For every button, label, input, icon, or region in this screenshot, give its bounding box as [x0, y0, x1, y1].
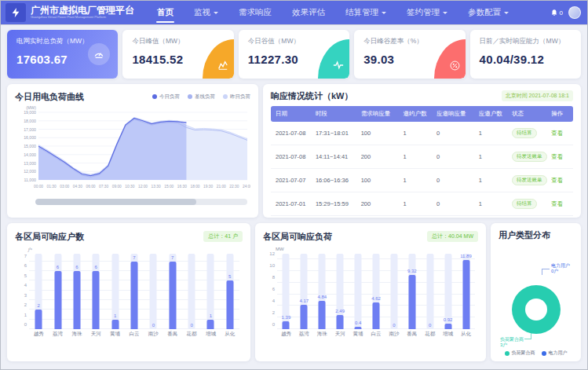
svg-text:18,000: 18,000 [24, 119, 36, 123]
nav-item-6[interactable]: 参数配置 [458, 1, 519, 24]
svg-text:00:00: 00:00 [34, 185, 43, 189]
callout-power-user-count: 0户 [551, 269, 570, 274]
bar-value-label: 9.32 [407, 269, 417, 273]
y-tick-label: 12 [269, 251, 275, 256]
x-category-label: 荔湾 [295, 331, 313, 338]
bottom-row: 各区局可响应户数 总计：41 户 户0123456726661707015越秀荔… [7, 223, 581, 361]
callout-aggregator: 负荷聚合商 3户 [500, 337, 524, 348]
bar-column-黄埔: 1 [105, 254, 124, 329]
kpi-card-1: 今日峰值（MW）18415.52 [122, 30, 233, 79]
y-tick-label: 6 [24, 263, 27, 268]
kpi-label: 日前／实时响应能力（MW） [480, 37, 572, 46]
x-category-label: 天河 [86, 331, 105, 338]
bar-plot-area: 0246810121.394.174.842.490.44.6209.3200.… [277, 254, 475, 329]
main-nav: 首页监视需求响应效果评估结算管理签约管理参数配置 [147, 1, 519, 24]
top-nav-bar: 广州市虚拟电厂管理平台 Guangzhou Virtual Power Plan… [1, 1, 587, 24]
table-cell-invited: 1 [401, 192, 434, 216]
kpi-label: 今日谷值（MW） [248, 37, 340, 46]
bar [207, 320, 214, 329]
legend-dot-icon [188, 94, 192, 99]
svg-text:12:00: 12:00 [138, 185, 148, 189]
table-cell-resp_users: 1 [477, 192, 509, 216]
table-cell-date: 2021-07-08 [271, 122, 313, 145]
svg-text:03:00: 03:00 [60, 185, 69, 189]
dashboard-window: 广州市虚拟电厂管理平台 Guangzhou Virtual Power Plan… [0, 0, 588, 370]
bar-column-花都: 0 [421, 254, 439, 329]
view-link[interactable]: 查看 [551, 177, 563, 184]
bar [169, 262, 176, 329]
y-tick-label: 2 [24, 302, 27, 307]
nav-item-label: 监视 [194, 7, 210, 18]
bar-column-黄埔: 0.4 [349, 254, 367, 329]
notification-area[interactable]: 0 [550, 9, 563, 16]
user-type-title: 用户类型分布 [499, 229, 573, 241]
nav-item-5[interactable]: 签约管理 [396, 1, 458, 24]
brand-text: 广州市虚拟电厂管理平台 Guangzhou Virtual Power Plan… [31, 5, 134, 20]
y-axis-unit: 户 [27, 247, 243, 254]
nav-item-2[interactable]: 需求响应 [228, 1, 282, 24]
user-type-legend: 负荷聚合商 电力用户 [499, 350, 573, 357]
bar-value-label: 0 [152, 323, 155, 328]
table-cell-demand: 100 [359, 122, 401, 145]
table-header-cell: 应邀响应量 [434, 106, 477, 122]
table-header-cell: 邀约户数 [401, 106, 434, 122]
bar-track [188, 254, 195, 329]
table-header-cell: 需求响应量 [359, 106, 401, 122]
view-link[interactable]: 查看 [551, 200, 563, 207]
svg-text:04:30: 04:30 [73, 185, 82, 189]
district-load-panel: 各区局可响应负荷 总计：40.04 MW MW0246810121.394.17… [255, 223, 486, 361]
y-tick-label: 10 [269, 263, 275, 268]
table-cell-responded: 0 [434, 145, 477, 169]
bar-column-番禺: 9.32 [403, 254, 421, 329]
table-cell-resp_users: 1 [477, 169, 509, 192]
kpi-card-0: 电网实时总负荷（MW）17603.67 [7, 30, 118, 79]
table-cell-date: 2021-07-01 [271, 192, 313, 216]
bar-track [390, 254, 397, 329]
legend-item-2[interactable]: 昨日负荷 [223, 93, 250, 101]
table-cell-period: 14:11~14:41 [313, 145, 359, 169]
status-badge: 待结算 [512, 199, 537, 209]
callout-power-user: 电力用户 0户 [551, 263, 570, 274]
load-curve-chart: 11,00012,00013,00014,00015,00016,00017,0… [15, 104, 250, 197]
bar-value-label: 1 [114, 313, 116, 318]
x-category-label: 番禺 [403, 331, 421, 338]
table-cell-responded: 0 [434, 192, 477, 216]
district-load-chart: MW0246810121.394.174.842.490.44.6209.320… [263, 247, 478, 338]
table-row: 2021-07-0817:31~18:01100101待结算查看 [271, 122, 573, 145]
legend-item-1[interactable]: 基线负荷 [188, 93, 215, 101]
nav-item-3[interactable]: 效果评估 [282, 1, 335, 24]
bar [35, 310, 42, 329]
x-category-label: 海珠 [313, 331, 331, 338]
datazoom-slider[interactable] [35, 199, 247, 205]
user-avatar[interactable] [568, 6, 581, 19]
donut-ring [512, 285, 561, 334]
legend-item-power-user[interactable]: 电力用户 [542, 350, 568, 357]
x-category-label: 增城 [201, 331, 220, 338]
legend-dot-icon [223, 94, 228, 99]
table-cell-resp_users: 1 [477, 145, 509, 169]
bell-icon [550, 9, 558, 16]
bar-column-白云: 4.62 [367, 254, 385, 329]
bar [444, 324, 451, 329]
nav-item-0[interactable]: 首页 [147, 1, 184, 24]
x-category-label: 从化 [457, 331, 475, 338]
legend-item-0[interactable]: 今日负荷 [152, 93, 180, 101]
nav-item-1[interactable]: 监视 [184, 1, 228, 24]
bar-value-label: 6 [95, 265, 97, 269]
y-tick-label: 6 [272, 287, 275, 291]
chevron-down-icon [443, 12, 447, 16]
bar-value-label: 4.62 [371, 296, 381, 301]
chevron-down-icon [214, 12, 218, 16]
svg-text:14,000: 14,000 [24, 152, 36, 157]
table-cell-period: 16:06~16:36 [313, 169, 359, 192]
table-cell-status: 待结算 [509, 192, 549, 216]
legend-item-aggregator[interactable]: 负荷聚合商 [505, 350, 535, 357]
middle-row: 今日用电负荷曲线 今日负荷基线负荷昨日负荷 11,00012,00013,000… [7, 84, 581, 218]
bar-track [426, 254, 433, 329]
svg-text:15:00: 15:00 [164, 185, 173, 189]
bar [54, 271, 61, 329]
view-link[interactable]: 查看 [551, 130, 563, 137]
status-badge: 待结算 [512, 128, 537, 138]
nav-item-4[interactable]: 结算管理 [335, 1, 396, 24]
view-link[interactable]: 查看 [551, 153, 563, 160]
